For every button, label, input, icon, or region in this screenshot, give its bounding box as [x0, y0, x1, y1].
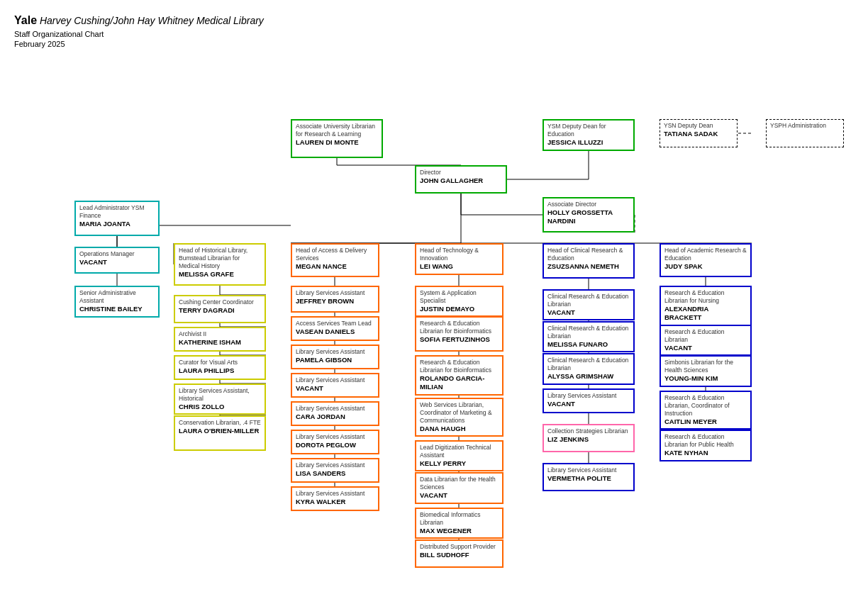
- box-melissa-grafe: Head of Historical Library, Bumstead Lib…: [174, 243, 266, 286]
- box-lisa: Library Services Assistant LISA SANDERS: [291, 458, 379, 483]
- box-kelly: Lead Digitization Technical Assistant KE…: [415, 440, 503, 471]
- box-ysm-deputy: YSM Deputy Dean for Education JESSICA IL…: [542, 119, 635, 151]
- chart-date: February 2025: [14, 40, 854, 48]
- box-justin: System & Application Specialist JUSTIN D…: [415, 286, 503, 317]
- box-kate: Research & Education Librarian for Publi…: [660, 430, 752, 461]
- box-caitlin: Research & Education Librarian, Coordina…: [660, 391, 752, 430]
- box-rolando: Research & Education Librarian for Bioin…: [415, 355, 503, 396]
- box-gallagher: Director JOHN GALLAGHER: [415, 165, 507, 194]
- box-vacant-ops: Operations Manager VACANT: [74, 247, 160, 274]
- box-vacant-lsa: Library Services Assistant VACANT: [291, 373, 379, 398]
- box-zsuzsanna: Head of Clinical Research & Education ZS…: [542, 243, 635, 279]
- box-max: Biomedical Informatics Librarian MAX WEG…: [415, 508, 503, 539]
- box-lei-wang: Head of Technology & Innovation LEI WANG: [415, 243, 503, 275]
- box-pamela: Library Services Assistant PAMELA GIBSON: [291, 345, 379, 369]
- chart-type: Staff Organizational Chart: [14, 30, 854, 38]
- box-alyssa: Clinical Research & Education Librarian …: [542, 353, 635, 385]
- yale-label: Yale: [14, 14, 37, 26]
- box-vasean: Access Services Team Lead VASEAN DANIELS: [291, 316, 379, 341]
- box-laura-obrien: Conservation Librarian, .4 FTE LAURA O'B…: [174, 415, 266, 451]
- box-terry: Cushing Center Coordinator TERRY DAGRADI: [174, 295, 266, 323]
- box-holly: Associate Director HOLLY GROSSETTA NARDI…: [542, 197, 635, 233]
- header: Yale Harvey Cushing/John Hay Whitney Med…: [14, 14, 854, 48]
- box-ysph: YSPH Administration: [766, 119, 844, 147]
- box-sofia: Research & Education Librarian for Bioin…: [415, 316, 503, 352]
- box-kyra: Library Services Assistant KYRA WALKER: [291, 486, 379, 511]
- box-vacant-data: Data Librarian for the Health Sciences V…: [415, 472, 503, 504]
- box-dana: Web Services Librarian, Coordinator of M…: [415, 398, 503, 437]
- box-ysn-deputy: YSN Deputy Dean TATIANA SADAK: [660, 119, 738, 147]
- box-vacant-cr1: Clinical Research & Education Librarian …: [542, 289, 635, 320]
- box-alexandria: Research & Education Librarian for Nursi…: [660, 286, 752, 326]
- box-vermetha: Library Services Assistant VERMETHA POLI…: [542, 463, 635, 491]
- box-liz: Collection Strategies Librarian LIZ JENK…: [542, 424, 635, 452]
- box-chris-zollo: Library Services Assistant, Historical C…: [174, 384, 266, 415]
- box-dorota: Library Services Assistant DOROTA PEGLOW: [291, 430, 379, 454]
- box-young-min: Simbonis Librarian for the Health Scienc…: [660, 355, 752, 387]
- box-katherine: Archivist II KATHERINE ISHAM: [174, 327, 266, 352]
- box-vacant-re: Research & Education Librarian VACANT: [660, 325, 752, 356]
- box-laura-phillips: Curator for Visual Arts LAURA PHILLIPS: [174, 355, 266, 380]
- box-lauren: Associate University Librarian for Resea…: [291, 119, 383, 158]
- box-cara: Library Services Assistant CARA JORDAN: [291, 401, 379, 426]
- box-bill: Distributed Support Provider BILL SUDHOF…: [415, 539, 503, 568]
- box-judy: Head of Academic Research & Education JU…: [660, 243, 752, 277]
- box-melissa-funaro: Clinical Research & Education Librarian …: [542, 321, 635, 352]
- library-name: Harvey Cushing/John Hay Whitney Medical …: [40, 15, 264, 26]
- box-megan: Head of Access & Delivery Services MEGAN…: [291, 243, 379, 277]
- box-christine: Senior Administrative Assistant CHRISTIN…: [74, 286, 160, 318]
- library-title: Yale Harvey Cushing/John Hay Whitney Med…: [14, 14, 854, 27]
- box-vacant-lsa2: Library Services Assistant VACANT: [542, 388, 635, 413]
- box-jeffrey: Library Services Assistant JEFFREY BROWN: [291, 286, 379, 313]
- org-chart: Associate University Librarian for Resea…: [14, 55, 851, 599]
- box-maria: Lead Administrator YSM Finance MARIA JOA…: [74, 201, 160, 236]
